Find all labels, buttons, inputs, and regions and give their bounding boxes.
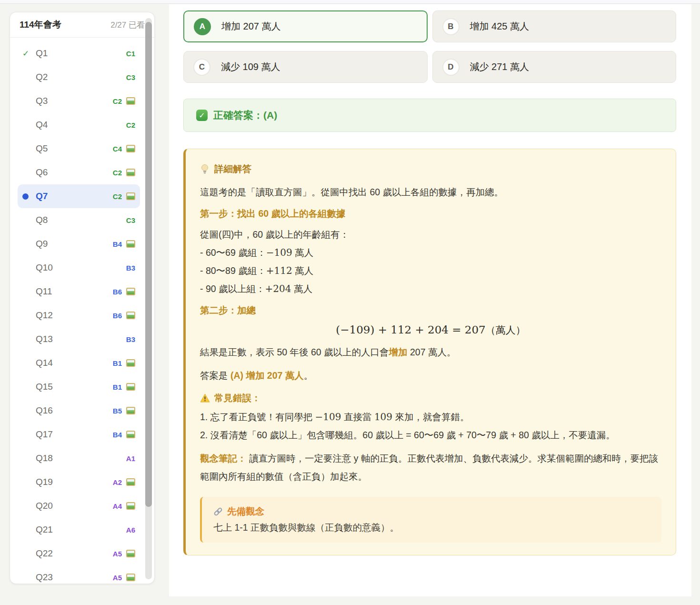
sidebar-item-q12[interactable]: Q12 B6 xyxy=(18,303,140,327)
question-number: Q16 xyxy=(36,405,53,416)
explanation-card: 詳細解答 這題考的是「讀取直方圖」。從圖中找出 60 歲以上各組的數據，再加總。… xyxy=(183,149,676,555)
check-badge-icon: ✓ xyxy=(196,110,208,121)
question-number: Q15 xyxy=(36,382,53,392)
image-icon xyxy=(126,312,135,319)
difficulty-badge: C2 xyxy=(113,169,122,177)
sidebar-item-q11[interactable]: Q11 B6 xyxy=(18,280,140,303)
sidebar-item-q9[interactable]: Q9 B4 xyxy=(18,232,140,256)
option-a[interactable]: A 增加 207 萬人 xyxy=(183,10,428,42)
option-text: 減少 271 萬人 xyxy=(470,60,529,73)
sidebar-item-q6[interactable]: Q6 C2 xyxy=(18,161,140,184)
step1-lead: 從圖(四)中，60 歲以上的年齡組有： xyxy=(200,225,661,243)
prerequisite-header: 先備觀念 xyxy=(213,505,650,518)
option-letter: D xyxy=(442,59,460,76)
main-panel: A 增加 207 萬人 B 增加 425 萬人 C 減少 109 萬人 D 減少… xyxy=(169,4,691,596)
option-c[interactable]: C 減少 109 萬人 xyxy=(183,51,428,83)
correct-answer-banner: ✓ 正確答案：(A) xyxy=(183,99,676,132)
difficulty-badge: B6 xyxy=(113,312,122,320)
sidebar-item-q4[interactable]: Q4 C2 xyxy=(18,113,140,137)
sidebar: 114年會考 2/27 已看 ✓ Q1 C1 Q2 C3 Q3 C2 Q4 C2… xyxy=(10,12,155,584)
sidebar-item-q14[interactable]: Q14 B1 xyxy=(18,351,140,375)
option-b[interactable]: B 增加 425 萬人 xyxy=(432,10,677,42)
sidebar-header: 114年會考 2/27 已看 xyxy=(10,12,154,38)
sidebar-item-q1[interactable]: ✓ Q1 C1 xyxy=(18,41,140,65)
step1-title: 第一步：找出 60 歲以上的各組數據 xyxy=(200,207,661,220)
image-icon xyxy=(126,288,135,295)
image-icon xyxy=(126,431,135,438)
intro-paragraph: 這題考的是「讀取直方圖」。從圖中找出 60 歲以上各組的數據，再加總。 xyxy=(200,183,661,201)
difficulty-badge: C2 xyxy=(113,97,122,105)
option-d[interactable]: D 減少 271 萬人 xyxy=(432,51,677,83)
question-number: Q23 xyxy=(36,572,53,583)
sidebar-item-q19[interactable]: Q19 A2 xyxy=(18,470,140,494)
scrollbar-thumb[interactable] xyxy=(145,22,152,507)
difficulty-badge: B3 xyxy=(126,264,135,272)
difficulty-badge: A5 xyxy=(113,574,122,582)
exam-title: 114年會考 xyxy=(20,19,61,31)
link-icon xyxy=(213,507,223,516)
mistake-2: 2. 沒看清楚「60 歲以上」包含哪幾組。60 歲以上 = 60〜69 歲 + … xyxy=(200,426,661,444)
difficulty-badge: C2 xyxy=(126,121,135,129)
sidebar-item-q22[interactable]: Q22 A5 xyxy=(18,542,140,565)
mistake-1: 1. 忘了看正負號！有同學把 −109 直接當 109 來加，就會算錯。 xyxy=(200,408,661,426)
image-icon xyxy=(126,574,135,581)
sidebar-item-q7[interactable]: Q7 C2 xyxy=(18,184,140,208)
explanation-header: 詳細解答 xyxy=(200,162,661,175)
sidebar-item-q13[interactable]: Q13 B3 xyxy=(18,327,140,351)
sidebar-item-q20[interactable]: Q20 A4 xyxy=(18,494,140,518)
mistakes-header: 常見錯誤： xyxy=(200,392,661,404)
difficulty-badge: B5 xyxy=(113,407,122,415)
question-number: Q14 xyxy=(36,358,53,368)
option-letter: B xyxy=(442,18,460,35)
option-text: 減少 109 萬人 xyxy=(221,60,280,73)
difficulty-badge: A4 xyxy=(113,502,122,510)
question-number: Q21 xyxy=(36,524,53,535)
sidebar-item-q2[interactable]: Q2 C3 xyxy=(18,65,140,89)
option-letter: A xyxy=(194,18,211,35)
lightbulb-icon xyxy=(200,164,210,174)
difficulty-badge: A2 xyxy=(113,478,122,486)
sidebar-item-q18[interactable]: Q18 A1 xyxy=(18,446,140,470)
option-letter: C xyxy=(193,59,210,76)
question-number: Q20 xyxy=(36,501,53,511)
data-line-1: - 60〜69 歲組：−109 萬人 xyxy=(200,243,661,262)
data-line-2: - 80〜89 歲組：+112 萬人 xyxy=(200,262,661,280)
question-number: Q19 xyxy=(36,477,53,487)
sidebar-item-q8[interactable]: Q8 C3 xyxy=(18,208,140,232)
top-divider xyxy=(0,0,700,4)
question-number: Q7 xyxy=(36,191,48,202)
sidebar-scrollbar[interactable] xyxy=(145,18,152,579)
sidebar-item-q16[interactable]: Q16 B5 xyxy=(18,399,140,423)
question-number: Q4 xyxy=(36,120,48,130)
question-number: Q2 xyxy=(36,72,48,82)
sidebar-item-q5[interactable]: Q5 C4 xyxy=(18,137,140,161)
sidebar-item-q3[interactable]: Q3 C2 xyxy=(18,89,140,113)
sidebar-item-q23[interactable]: Q23 A5 xyxy=(18,565,140,584)
question-list: ✓ Q1 C1 Q2 C3 Q3 C2 Q4 C2 Q5 C4 Q6 C2 Q7… xyxy=(10,38,154,584)
question-number: Q17 xyxy=(36,429,53,440)
question-number: Q6 xyxy=(36,167,48,178)
sidebar-item-q15[interactable]: Q15 B1 xyxy=(18,375,140,399)
image-icon xyxy=(126,240,135,248)
image-icon xyxy=(126,359,135,367)
difficulty-badge: C3 xyxy=(126,73,135,81)
viewed-check-icon: ✓ xyxy=(22,49,36,59)
sidebar-item-q21[interactable]: Q21 A6 xyxy=(18,518,140,542)
answer-paragraph: 答案是 (A) 增加 207 萬人。 xyxy=(200,366,661,384)
prerequisite-card: 先備觀念 七上 1-1 正數負數與數線（正負數的意義）。 xyxy=(200,497,661,543)
difficulty-badge: A1 xyxy=(126,454,135,463)
difficulty-badge: C1 xyxy=(126,50,135,58)
difficulty-badge: B1 xyxy=(113,383,122,391)
question-number: Q1 xyxy=(36,48,48,59)
row-marker xyxy=(22,193,36,200)
sidebar-item-q10[interactable]: Q10 B3 xyxy=(18,256,140,280)
question-number: Q3 xyxy=(36,96,48,106)
difficulty-badge: A6 xyxy=(126,526,135,534)
current-question-dot-icon xyxy=(22,193,29,200)
correct-answer-text: 正確答案：(A) xyxy=(213,109,277,122)
question-number: Q10 xyxy=(36,262,53,273)
image-icon xyxy=(126,502,135,510)
image-icon xyxy=(126,383,135,391)
sidebar-item-q17[interactable]: Q17 B4 xyxy=(18,423,140,446)
question-number: Q8 xyxy=(36,215,48,225)
